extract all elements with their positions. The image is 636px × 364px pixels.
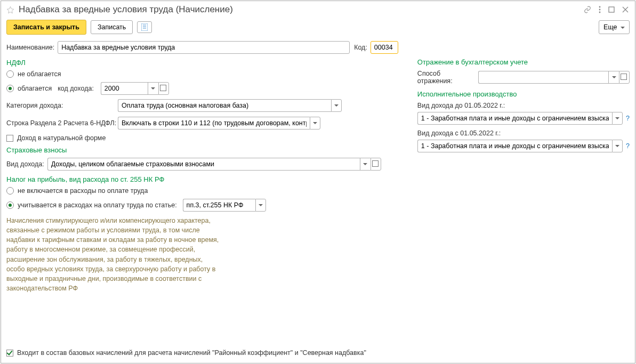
- method-label: Способ отражения:: [417, 70, 475, 85]
- ndfl-not-taxed-radio[interactable]: [6, 70, 14, 78]
- category-label: Категория дохода:: [6, 102, 118, 109]
- ins-header: Страховые взносы: [6, 146, 398, 154]
- after-label: Вид дохода с 01.05.2022 г.:: [417, 130, 630, 137]
- before-input[interactable]: [417, 112, 612, 125]
- footer-checkbox[interactable]: [6, 350, 13, 357]
- row6-label: Строка Раздела 2 Расчета 6-НДФЛ:: [6, 119, 118, 127]
- link-icon[interactable]: [584, 6, 591, 13]
- more-button[interactable]: Еще: [599, 20, 630, 34]
- exec-header: Исполнительное производство: [417, 90, 630, 98]
- article-dropdown[interactable]: [255, 199, 266, 212]
- natural-checkbox[interactable]: [6, 135, 13, 142]
- method-dropdown[interactable]: [608, 71, 619, 84]
- before-dropdown[interactable]: [612, 112, 623, 125]
- svg-point-1: [599, 9, 601, 11]
- name-input[interactable]: [58, 41, 350, 54]
- window-title: Надбавка за вредные условия труда (Начис…: [19, 4, 579, 15]
- svg-point-2: [599, 12, 601, 13]
- method-pick[interactable]: [619, 71, 630, 84]
- help-after-icon[interactable]: ?: [626, 142, 630, 150]
- article-input[interactable]: [183, 199, 255, 212]
- ndfl-not-taxed-label: не облагается: [18, 70, 61, 78]
- income-code-label: код дохода:: [58, 85, 94, 92]
- ndfl-taxed-radio[interactable]: [6, 85, 14, 92]
- natural-label: Доход в натуральной форме: [17, 134, 106, 142]
- ins-type-dropdown[interactable]: [360, 158, 371, 171]
- profit-excluded-radio[interactable]: [6, 187, 14, 195]
- svg-point-0: [599, 6, 601, 8]
- code-label: Код:: [354, 44, 367, 51]
- code-input[interactable]: [371, 41, 398, 54]
- after-input[interactable]: [417, 140, 612, 152]
- row6-input[interactable]: [118, 117, 310, 130]
- profit-note: Начисления стимулирующего и/или компенси…: [6, 216, 220, 293]
- method-input[interactable]: [478, 71, 608, 84]
- income-code-dropdown[interactable]: [148, 82, 158, 95]
- svg-rect-4: [141, 23, 148, 31]
- before-label: Вид дохода до 01.05.2022 г.:: [417, 102, 630, 109]
- svg-rect-3: [609, 7, 614, 12]
- category-dropdown[interactable]: [331, 99, 342, 112]
- footer-label: Входит в состав базовых начислений для р…: [17, 349, 366, 357]
- profit-included-radio[interactable]: [6, 201, 14, 209]
- list-icon-button[interactable]: [137, 21, 152, 33]
- profit-included-label: учитывается в расходах на оплату труда п…: [18, 201, 177, 209]
- close-icon[interactable]: [622, 6, 629, 13]
- acc-header: Отражение в бухгалтерском учете: [417, 58, 630, 66]
- star-icon[interactable]: [6, 6, 14, 14]
- ins-type-pick[interactable]: [371, 158, 381, 171]
- ndfl-header: НДФЛ: [6, 59, 398, 67]
- save-close-button[interactable]: Записать и закрыть: [6, 20, 86, 35]
- dots-icon[interactable]: [599, 6, 601, 13]
- ndfl-taxed-label: облагается: [18, 85, 52, 92]
- row6-dropdown[interactable]: [310, 117, 320, 130]
- profit-excluded-label: не включается в расходы по оплате труда: [18, 187, 148, 195]
- maximize-icon[interactable]: [608, 6, 615, 13]
- ins-type-label: Вид дохода:: [6, 160, 44, 168]
- name-label: Наименование:: [6, 44, 54, 51]
- income-code-pick[interactable]: [158, 82, 169, 95]
- save-button[interactable]: Записать: [91, 20, 133, 34]
- ins-type-input[interactable]: [47, 158, 360, 171]
- income-code-input[interactable]: [101, 82, 148, 95]
- category-input[interactable]: [118, 99, 331, 112]
- help-before-icon[interactable]: ?: [626, 115, 630, 122]
- profit-header: Налог на прибыль, вид расхода по ст. 255…: [6, 175, 398, 183]
- after-dropdown[interactable]: [612, 140, 623, 152]
